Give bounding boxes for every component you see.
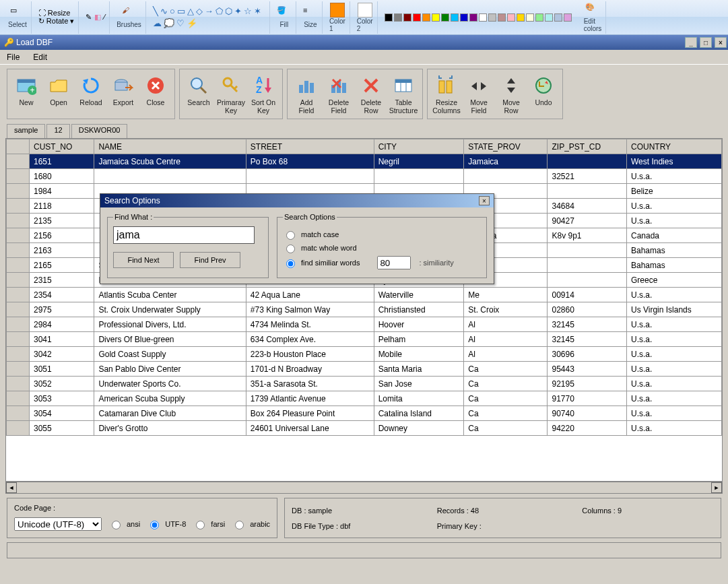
column-header[interactable]: CITY [374,139,464,154]
cell[interactable]: 2165 [30,258,94,273]
cell[interactable]: St. Croix [464,302,548,317]
cell[interactable]: Ca [464,421,548,436]
cell[interactable]: 42 Aqua Lane [246,288,374,302]
reload-button[interactable]: Reload [75,73,107,115]
codepage-select[interactable]: Unicode (UTF-8) [14,517,102,531]
table-structure-button[interactable]: Table Structure [387,73,420,115]
color2-tool[interactable]: Color 2 [353,1,378,34]
delete-field-button[interactable]: Delete Field [323,73,355,115]
resize-btn[interactable]: ⛶ Resize [38,9,71,17]
cell[interactable]: Me [464,288,548,302]
similarity-input[interactable] [377,256,411,269]
cell[interactable]: 1680 [30,169,94,184]
sort-button[interactable]: AZSort On Key [247,73,279,115]
new-button[interactable]: +New [10,73,42,115]
cell[interactable]: Bahamas [626,258,721,273]
row-handle[interactable] [7,154,30,169]
resize-columns-button[interactable]: Resize Columns [430,73,463,115]
move-row-button[interactable]: Move Row [495,73,527,115]
table-row[interactable]: 2975St. Croix Underwater Supply#73 King … [7,302,722,317]
scroll-right-button[interactable]: ► [711,482,722,493]
cell[interactable]: San Jose [374,377,464,391]
cell[interactable]: 3052 [30,377,94,391]
cell[interactable]: U.s.a. [626,421,721,436]
color-swatch[interactable] [498,13,506,22]
cell[interactable]: 90740 [548,406,626,421]
cell[interactable]: U.s.a. [626,391,721,406]
color-swatch[interactable] [535,13,543,22]
cell[interactable]: 30696 [548,347,626,362]
color-swatch[interactable] [507,13,515,22]
brushes-tool[interactable]: 🖌 Brushes [112,1,146,34]
row-handle[interactable] [7,421,30,436]
cell[interactable]: West Indies [626,154,721,169]
color-swatch[interactable] [554,13,562,22]
cell[interactable]: Us Virgin Islands [626,302,721,317]
eyedropper-icon[interactable]: ⁄ [104,13,105,22]
color-swatch[interactable] [545,13,553,22]
table-row[interactable]: 3054Catamaran Dive ClubBox 264 Pleasure … [7,406,722,421]
shapes-group[interactable]: ╲∿○▭△◇→⬠⬡✦☆✶☁💭♡⚡ [149,1,270,34]
cell[interactable]: U.s.a. [626,169,721,184]
cell[interactable]: 1701-d N Broadway [246,362,374,377]
cell[interactable]: K8v 9p1 [548,228,626,243]
hexagon-icon[interactable]: ⬡ [225,6,232,16]
cell[interactable]: Santa Maria [374,362,464,377]
row-handle[interactable] [7,391,30,406]
row-handle[interactable] [7,288,30,302]
cell[interactable]: Ca [464,391,548,406]
cell[interactable]: U.s.a. [626,317,721,332]
undo-button[interactable]: Undo [527,73,560,115]
table-row[interactable]: 2354Atlantis Scuba Center42 Aqua LaneWat… [7,288,722,302]
primary-key-button[interactable]: Primaray Key [215,73,247,115]
heart-icon[interactable]: ♡ [176,18,185,28]
cell[interactable]: 2135 [30,214,94,228]
row-handle[interactable] [7,317,30,332]
row-handle[interactable] [7,332,30,347]
curve-icon[interactable]: ∿ [160,6,168,16]
table-row[interactable]: 3042Gold Coast Supply223-b Houston Place… [7,347,722,362]
scroll-left-button[interactable]: ◄ [6,482,17,493]
cell[interactable] [548,184,626,199]
color-swatch[interactable] [441,13,449,22]
minimize-button[interactable]: _ [685,37,697,48]
cell[interactable]: U.s.a. [626,199,721,214]
table-row[interactable]: 3041Divers Of Blue-green634 Complex Ave.… [7,332,722,347]
cell[interactable]: 1651 [30,154,94,169]
row-handle[interactable] [7,406,30,421]
cell[interactable]: Negril [374,154,464,169]
eraser-icon[interactable]: ◧ [94,13,101,22]
column-header[interactable]: ZIP_PST_CD [548,139,626,154]
cell[interactable]: Lomita [374,391,464,406]
color-swatch[interactable] [479,13,487,22]
pentagon-icon[interactable]: ⬠ [216,6,223,16]
cell[interactable]: Christiansted [374,302,464,317]
cell[interactable]: 32521 [548,169,626,184]
cell[interactable]: 32145 [548,317,626,332]
color-swatch[interactable] [460,13,468,22]
match-case-option[interactable]: match case [283,229,481,240]
cell[interactable]: 3053 [30,391,94,406]
cell[interactable]: 34684 [548,199,626,214]
delete-row-button[interactable]: Delete Row [355,73,387,115]
table-row[interactable]: 3052Underwater Sports Co.351-a Sarasota … [7,377,722,391]
cell[interactable]: 351-a Sarasota St. [246,377,374,391]
cell[interactable]: Canada [626,228,721,243]
cell[interactable] [548,258,626,273]
color-swatch[interactable] [403,13,411,22]
color-swatch[interactable] [394,13,402,22]
color-swatch[interactable] [526,13,534,22]
star4-icon[interactable]: ✦ [234,6,242,16]
cell[interactable]: Catamaran Dive Club [94,406,246,421]
triangle-icon[interactable]: △ [187,6,194,16]
cell[interactable]: Greece [626,273,721,288]
cell[interactable]: Jamaica Scuba Centre [94,154,246,169]
tab-12[interactable]: 12 [46,124,69,139]
find-similar-option[interactable]: find similiar words : similiarity [283,256,481,269]
pencil-icon[interactable]: ✎ [86,13,92,22]
search-button[interactable]: Search [183,73,215,115]
arrow-icon[interactable]: → [205,6,213,16]
cell[interactable]: U.s.a. [626,332,721,347]
cell[interactable]: 2156 [30,228,94,243]
cell[interactable] [548,273,626,288]
